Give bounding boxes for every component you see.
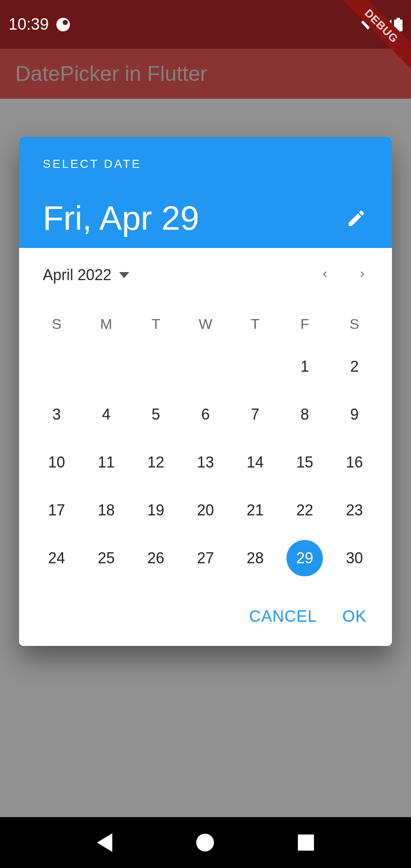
next-month-button[interactable] (356, 266, 368, 284)
calendar-day[interactable]: 15 (280, 438, 330, 486)
calendar-day[interactable]: 9 (330, 390, 379, 438)
calendar-day[interactable]: 12 (131, 438, 181, 486)
weekday-header: W (181, 306, 230, 342)
dropdown-caret-icon (119, 272, 129, 278)
weekday-header: F (280, 306, 330, 342)
day-blank (131, 342, 181, 390)
ok-button[interactable]: OK (342, 607, 367, 626)
status-time: 10:39 (8, 15, 49, 33)
day-blank (32, 342, 81, 390)
calendar-day[interactable]: 18 (81, 486, 131, 534)
calendar-day[interactable]: 1 (280, 342, 330, 390)
calendar-day[interactable]: 25 (81, 534, 131, 582)
calendar-day[interactable]: 16 (330, 438, 379, 486)
calendar-grid: SMTWTFS123456789101112131415161718192021… (19, 293, 392, 599)
calendar-day[interactable]: 21 (230, 486, 280, 534)
calendar-day[interactable]: 3 (32, 390, 81, 438)
calendar-day[interactable]: 7 (230, 390, 280, 438)
weekday-header: T (131, 306, 181, 342)
nav-home-button[interactable] (196, 834, 214, 851)
weekday-header: M (81, 306, 131, 342)
calendar-day[interactable]: 17 (32, 486, 81, 534)
calendar-day[interactable]: 14 (230, 438, 280, 486)
weekday-header: S (32, 306, 81, 342)
calendar-day[interactable]: 6 (181, 390, 230, 438)
app-bar-title: DatePicker in Flutter (15, 61, 207, 86)
select-date-label: SELECT DATE (43, 157, 367, 171)
calendar-day[interactable]: 13 (181, 438, 230, 486)
calendar-day[interactable]: 28 (230, 534, 280, 582)
calendar-day[interactable]: 20 (181, 486, 230, 534)
android-nav-bar (0, 817, 411, 868)
calendar-day[interactable]: 29 (280, 534, 330, 582)
debug-banner: DEBUG (335, 0, 411, 76)
calendar-day[interactable]: 2 (330, 342, 379, 390)
calendar-day[interactable]: 10 (32, 438, 81, 486)
prev-month-button[interactable] (319, 266, 331, 284)
day-blank (181, 342, 230, 390)
calendar-day[interactable]: 5 (131, 390, 181, 438)
month-nav: April 2022 (19, 248, 392, 293)
calendar-day[interactable]: 19 (131, 486, 181, 534)
edit-icon[interactable] (346, 208, 367, 228)
calendar-day[interactable]: 23 (330, 486, 379, 534)
selected-date-text: Fri, Apr 29 (43, 201, 199, 235)
weekday-header: S (330, 306, 379, 342)
calendar-day[interactable]: 26 (131, 534, 181, 582)
dialog-header: SELECT DATE Fri, Apr 29 (19, 137, 392, 248)
calendar-day[interactable]: 8 (280, 390, 330, 438)
body-area: SELECT DATE Fri, Apr 29 April 2022 (0, 99, 411, 817)
datepicker-dialog: SELECT DATE Fri, Apr 29 April 2022 (19, 137, 392, 646)
month-year-button[interactable]: April 2022 (43, 266, 129, 284)
day-blank (81, 342, 131, 390)
nav-back-button[interactable] (97, 833, 112, 852)
nav-recent-button[interactable] (298, 835, 314, 851)
day-blank (230, 342, 280, 390)
calendar-day[interactable]: 30 (330, 534, 379, 582)
month-year-text: April 2022 (43, 266, 111, 284)
cancel-button[interactable]: CANCEL (249, 607, 317, 626)
weekday-header: T (230, 306, 280, 342)
flutter-icon (56, 18, 70, 31)
calendar-day[interactable]: 27 (181, 534, 230, 582)
calendar-day[interactable]: 11 (81, 438, 131, 486)
calendar-day[interactable]: 24 (32, 534, 81, 582)
calendar-day[interactable]: 22 (280, 486, 330, 534)
calendar-day[interactable]: 4 (81, 390, 131, 438)
dialog-actions: CANCEL OK (19, 599, 392, 646)
